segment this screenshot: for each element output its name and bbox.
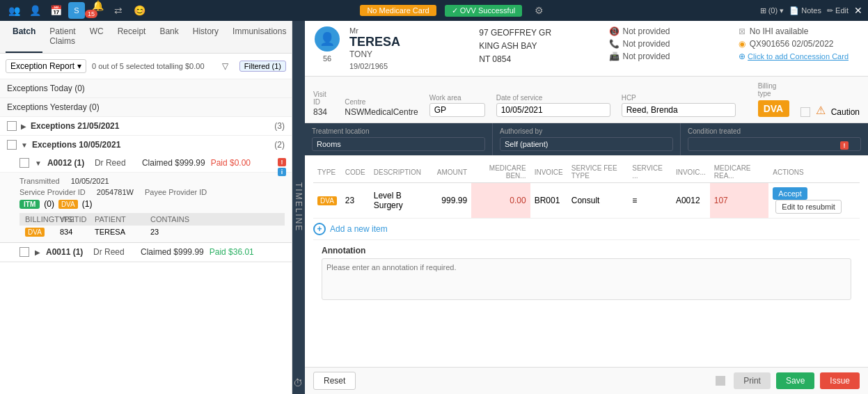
exception-group-date2-header[interactable]: ▼ Exceptions 10/05/2021 (2) ! <box>0 136 292 154</box>
nav-icon-people[interactable]: 👥 <box>6 2 22 19</box>
nav-icon-notification[interactable]: 🔔 15 <box>89 0 106 24</box>
visit-work-area-select[interactable]: GP <box>429 103 485 117</box>
visit-id-field: Visit ID 834 <box>313 90 333 117</box>
condition-treated-input[interactable] <box>688 137 861 151</box>
visit-info-bar: Visit ID 834 Centre NSWMedicalCentre Wor… <box>305 77 868 123</box>
nav-icon-transfer[interactable]: ⇄ <box>110 2 127 19</box>
badge-itm: ITM <box>19 200 40 209</box>
nav-center: No Medicare Card ✓ OVV Successful ⚙ <box>152 2 756 19</box>
tab-bank[interactable]: Bank <box>152 21 185 53</box>
patient-extra: ⊠ No IHI available ◉ QX901656 02/05/2022… <box>739 26 860 61</box>
visit-date-input[interactable] <box>496 103 610 117</box>
exceptions-yesterday-header: Exceptions Yesterday (0) <box>0 98 292 116</box>
print-button[interactable]: Print <box>734 372 771 389</box>
phone-icon: 📞 <box>609 39 619 49</box>
contact-fax-row: 📠 Not provided <box>609 52 730 61</box>
exception-report-select[interactable]: Exception Report ▾ <box>6 59 86 73</box>
save-button[interactable]: Save <box>776 372 814 389</box>
reset-button[interactable]: Reset <box>313 372 356 390</box>
exception-a0012-transmitted-row: Transmitted 10/05/2021 <box>19 177 285 185</box>
contact-mobile-row: 📵 Not provided <box>609 26 730 36</box>
filtered-chip[interactable]: Filtered (1) <box>239 61 286 72</box>
col-actions: ACTIONS <box>768 161 860 183</box>
nav-icon-face[interactable]: 😊 <box>131 2 148 19</box>
top-nav: 👥 👤 📅 S 🔔 15 ⇄ 😊 No Medicare Card ✓ OVV … <box>0 0 868 21</box>
exception-group-yesterday: Exceptions Yesterday (0) <box>0 98 292 117</box>
exception-item-a0011-row: ▶ A0011 (1) Dr Reed Claimed $999.99 Paid… <box>19 247 285 257</box>
settings-icon[interactable]: ⚙ <box>530 2 547 19</box>
exception-group-today: Exceptions Today (0) <box>0 79 292 98</box>
close-btn[interactable]: ✕ <box>854 5 862 16</box>
filter-icon[interactable]: ▽ <box>217 58 234 74</box>
exception-group-date2-checkbox[interactable] <box>7 140 17 150</box>
exception-item-a0012[interactable]: ▼ A0012 (1) Dr Reed Claimed $999.99 Paid… <box>0 154 292 173</box>
patient-info: Mr TERESA TONY 19/02/1965 <box>349 26 471 70</box>
add-item-row[interactable]: + Add a new item <box>313 219 860 239</box>
concession-icon: ⊕ <box>739 52 745 61</box>
service-actions-cell: Accept Edit to resubmit <box>768 183 860 219</box>
caution-checkbox[interactable] <box>800 107 810 117</box>
visit-work-area-field: Work area GP <box>429 94 485 117</box>
exceptions-content: Exceptions Today (0) Exceptions Yesterda… <box>0 79 292 394</box>
ovv-successful-btn[interactable]: ✓ OVV Successful <box>445 5 523 17</box>
col-amount: AMOUNT <box>433 161 471 183</box>
billing-table-header: BILLINGTYPE VISITID PATIENT CONTAINS <box>19 213 285 226</box>
visit-hcp-label: HCP <box>622 94 736 102</box>
print-checkbox[interactable] <box>716 376 725 386</box>
notes-btn[interactable]: 📄 Notes <box>789 6 821 15</box>
authorised-by-field: Authorised by Self (patient) <box>493 123 681 155</box>
caution-label: Caution <box>831 107 860 117</box>
nav-icon-calendar[interactable]: 📅 <box>47 2 64 19</box>
exception-item-a0012-checkbox[interactable] <box>19 158 29 168</box>
visit-id-label: Visit ID <box>313 90 333 106</box>
tab-immunisations[interactable]: Immunisations <box>226 21 293 53</box>
accept-button[interactable]: Accept <box>773 187 807 200</box>
exception-a0012-provider-row: Service Provider ID 2054781W Payee Provi… <box>19 188 285 196</box>
tab-history[interactable]: History <box>186 21 226 53</box>
exception-item-a0011-doctor: Dr Reed <box>93 247 135 257</box>
transmitted-date: 10/05/2021 <box>71 177 109 185</box>
col-description: DESCRIPTION <box>370 161 433 183</box>
no-medicare-card-btn[interactable]: No Medicare Card <box>360 5 436 16</box>
exception-item-a0011-checkbox[interactable] <box>19 247 29 257</box>
tab-batch[interactable]: Batch <box>6 21 42 53</box>
service-code-cell[interactable]: 23 <box>341 183 370 219</box>
visit-hcp-input[interactable] <box>622 103 736 117</box>
service-medicare-rea-cell: 107 <box>710 183 769 219</box>
nav-icon-person[interactable]: 👤 <box>26 2 43 19</box>
treatment-location-select[interactable]: Rooms <box>312 137 485 151</box>
nav-icon-badge[interactable]: S <box>68 2 85 19</box>
add-item-icon: + <box>313 223 326 235</box>
col-billingtype: BILLINGTYPE <box>25 215 53 223</box>
exception-group-date1-checkbox[interactable] <box>7 121 17 131</box>
fax-icon: 📠 <box>609 52 619 61</box>
issue-button[interactable]: Issue <box>820 372 860 389</box>
billingtype-value: DVA <box>25 228 53 236</box>
edit-to-resubmit-button[interactable]: Edit to resubmit <box>775 200 841 214</box>
expand-icon: ▼ <box>21 141 28 149</box>
ihi-icon: ⊠ <box>739 26 745 36</box>
billing-table-row: DVA 834 TERESA 23 <box>19 226 285 238</box>
service-row-0: DVA 23 Level B Surgery 999.99 0.00 BR001… <box>313 183 860 219</box>
col-service-fee-type: SERVICE FEE TYPE <box>567 161 629 183</box>
windows-btn[interactable]: ⊞ (0) ▾ <box>760 6 784 15</box>
visitid-value: 834 <box>60 228 88 236</box>
authorised-by-select[interactable]: Self (patient) <box>500 137 673 151</box>
tab-patient-claims[interactable]: Patient Claims <box>42 21 82 53</box>
visit-centre-label: Centre <box>345 98 418 106</box>
service-provider-label: Service Provider ID <box>19 188 86 196</box>
tab-receipt[interactable]: Receipt <box>111 21 153 53</box>
exception-group-date1-header[interactable]: ▶ Exceptions 21/05/2021 (3) <box>0 117 292 135</box>
notification-badge: 15 <box>85 10 97 18</box>
concession-link[interactable]: Click to add Concession Card <box>748 52 849 61</box>
tab-wc[interactable]: WC <box>83 21 111 53</box>
patient-value: TERESA <box>95 228 143 236</box>
exception-item-a0011[interactable]: ▶ A0011 (1) Dr Reed Claimed $999.99 Paid… <box>0 243 292 262</box>
annotation-textarea[interactable] <box>322 258 851 300</box>
timeline-sidebar[interactable]: TIMELINE ⏱ <box>292 21 305 394</box>
annotation-section: Annotation <box>313 239 860 308</box>
visit-date-field: Date of service <box>496 94 610 117</box>
exceptions-today-header: Exceptions Today (0) <box>0 79 292 97</box>
service-type-cell: DVA <box>313 183 341 219</box>
edit-btn[interactable]: ✏ Edit <box>827 6 849 15</box>
